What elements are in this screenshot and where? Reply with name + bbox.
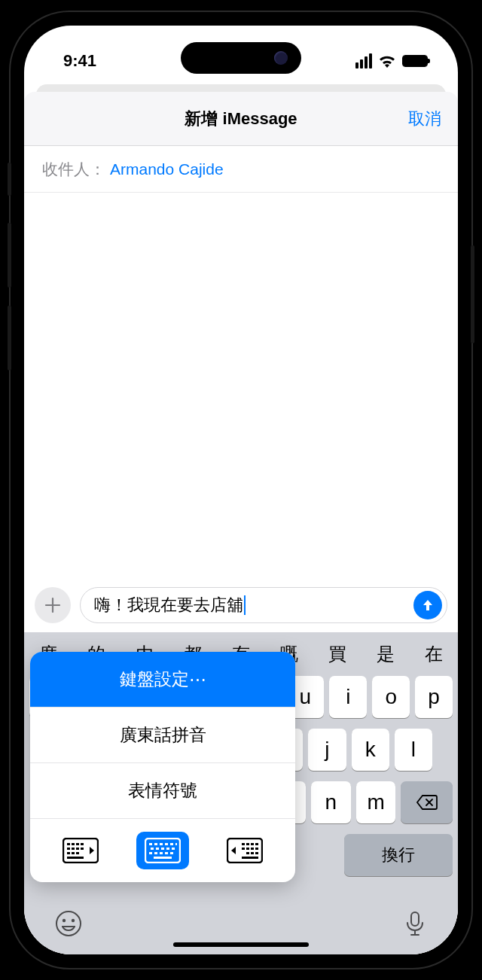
svg-rect-15	[154, 843, 157, 845]
side-button-silence[interactable]	[8, 163, 11, 196]
arrow-up-icon	[420, 598, 435, 613]
svg-rect-29	[170, 852, 173, 854]
svg-rect-9	[67, 852, 70, 854]
svg-rect-1	[67, 843, 70, 845]
svg-rect-39	[255, 848, 258, 850]
cancel-button[interactable]: 取消	[408, 108, 441, 130]
svg-point-46	[72, 919, 75, 922]
emoji-icon[interactable]	[54, 909, 83, 938]
key-p[interactable]: p	[415, 676, 453, 718]
status-time: 9:41	[63, 51, 96, 71]
svg-rect-42	[255, 852, 258, 854]
add-button[interactable]	[35, 587, 71, 623]
recipient-name[interactable]: Armando Cajide	[110, 160, 224, 178]
svg-rect-6	[72, 848, 75, 850]
keyboard-switcher-menu: 鍵盤設定⋯ 廣東話拼音 表情符號	[30, 652, 295, 882]
screen: 9:41 新增 iMessage 取消 收件人： Armando Cajide	[24, 26, 458, 954]
sheet-title: 新增 iMessage	[185, 108, 297, 130]
svg-rect-5	[67, 848, 70, 850]
candidate[interactable]: 買	[313, 642, 362, 666]
svg-rect-23	[166, 848, 169, 850]
svg-rect-26	[154, 852, 157, 854]
svg-rect-27	[160, 852, 163, 854]
keyboard-left-icon	[63, 838, 99, 863]
svg-rect-3	[76, 843, 79, 845]
svg-rect-33	[246, 843, 249, 845]
svg-rect-19	[175, 843, 177, 845]
candidate[interactable]: 是	[362, 642, 410, 666]
delete-icon	[416, 794, 438, 811]
svg-rect-43	[242, 857, 258, 859]
svg-rect-34	[251, 843, 254, 845]
keyboard-layout-right[interactable]	[218, 832, 271, 869]
svg-point-44	[56, 912, 81, 936]
svg-rect-4	[81, 843, 84, 845]
svg-rect-28	[165, 852, 168, 854]
side-button-volume-down[interactable]	[8, 306, 11, 370]
keyboard-layout-full[interactable]	[136, 832, 189, 869]
key-m[interactable]: m	[356, 781, 396, 823]
conversation-area	[24, 193, 458, 580]
svg-rect-22	[161, 848, 164, 850]
svg-rect-21	[156, 848, 159, 850]
message-text: 嗨！我現在要去店舖	[94, 594, 243, 616]
cellular-icon	[355, 53, 372, 68]
svg-rect-40	[246, 852, 249, 854]
key-n[interactable]: n	[311, 781, 351, 823]
message-input-row: 嗨！我現在要去店舖	[24, 580, 458, 632]
svg-rect-47	[411, 912, 419, 926]
return-key[interactable]: 換行	[344, 834, 453, 876]
key-i[interactable]: i	[329, 676, 367, 718]
svg-rect-41	[251, 852, 254, 854]
keyboard-right-icon	[227, 838, 263, 863]
svg-rect-30	[154, 857, 172, 859]
keyboard-layout-row	[30, 819, 295, 882]
svg-rect-8	[81, 848, 84, 850]
svg-rect-13	[145, 838, 180, 863]
svg-rect-17	[165, 843, 168, 845]
keyboard-cantonese-item[interactable]: 廣東話拼音	[30, 708, 295, 763]
side-button-volume-up[interactable]	[8, 223, 11, 288]
message-input[interactable]: 嗨！我現在要去店舖	[80, 587, 447, 623]
delete-key[interactable]	[401, 781, 453, 823]
status-right	[355, 53, 428, 68]
home-indicator[interactable]	[173, 942, 309, 947]
svg-rect-24	[172, 848, 175, 850]
key-l[interactable]: l	[395, 729, 432, 771]
keyboard-settings-item[interactable]: 鍵盤設定⋯	[30, 652, 295, 708]
svg-rect-7	[76, 848, 79, 850]
svg-rect-11	[76, 852, 79, 854]
text-cursor	[244, 595, 246, 615]
recipient-field[interactable]: 收件人： Armando Cajide	[24, 146, 458, 193]
svg-rect-14	[149, 843, 152, 845]
svg-rect-32	[242, 843, 245, 845]
sheet-header: 新增 iMessage 取消	[24, 92, 458, 146]
send-button[interactable]	[413, 591, 442, 619]
svg-rect-12	[67, 857, 84, 859]
svg-rect-35	[255, 843, 258, 845]
keyboard: 度 的 内 都 有 嘅 買 是 在 q w e r t y u	[24, 632, 458, 954]
compose-sheet: 新增 iMessage 取消 收件人： Armando Cajide 嗨！我現在…	[24, 92, 458, 954]
battery-icon	[402, 55, 428, 67]
side-button-power[interactable]	[471, 245, 474, 343]
keyboard-layout-left[interactable]	[54, 832, 107, 869]
svg-rect-38	[251, 848, 254, 850]
wifi-icon	[378, 54, 396, 68]
plus-icon	[44, 597, 61, 613]
svg-rect-20	[151, 848, 154, 850]
key-j[interactable]: j	[308, 729, 346, 771]
key-o[interactable]: o	[372, 676, 410, 718]
dynamic-island	[181, 42, 301, 74]
mic-icon[interactable]	[401, 909, 429, 938]
candidate[interactable]: 在	[410, 642, 458, 666]
recipient-label: 收件人：	[42, 159, 105, 180]
svg-rect-36	[242, 848, 245, 850]
phone-frame: 9:41 新增 iMessage 取消 收件人： Armando Cajide	[11, 12, 471, 968]
key-k[interactable]: k	[352, 729, 389, 771]
keyboard-emoji-item[interactable]: 表情符號	[30, 763, 295, 819]
keyboard-bottom-row	[24, 909, 458, 938]
svg-rect-18	[170, 843, 173, 845]
svg-rect-2	[72, 843, 75, 845]
svg-rect-10	[72, 852, 75, 854]
svg-rect-25	[149, 852, 152, 854]
